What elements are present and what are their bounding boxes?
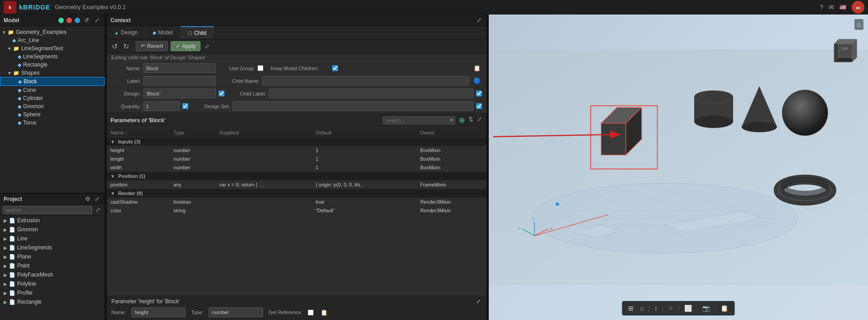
vp-btn-home[interactable]: ⌂ — [637, 303, 646, 314]
params-expand-icon[interactable]: ⤢ — [476, 115, 483, 125]
col-header-name[interactable]: Name ↑ — [107, 128, 170, 138]
label-input[interactable] — [143, 76, 216, 86]
table-row[interactable]: width number 1 BoxMixin — [107, 163, 486, 172]
proj-item-polyline[interactable]: ▶ 📄 Polyline — [0, 279, 105, 288]
tree-item-line-segments[interactable]: ▶ ◆ LineSegments — [0, 53, 105, 61]
undo-icon[interactable]: ↺ — [110, 42, 119, 51]
proj-item-profile[interactable]: ▶ 📄 Profile — [0, 288, 105, 297]
design-checkbox[interactable] — [219, 91, 224, 96]
quantity-input[interactable] — [143, 101, 180, 111]
node-icon-block: ◆ — [18, 79, 22, 85]
proj-item-point[interactable]: ▶ 📄 Point — [0, 261, 105, 270]
param-detail-doc-icon[interactable]: 📋 — [319, 309, 329, 316]
params-add-icon[interactable]: ⊕ — [458, 115, 466, 125]
vp-btn-rect-select[interactable]: ⬜ — [682, 303, 695, 314]
user-avatar[interactable]: kB — [852, 1, 864, 14]
tab-model[interactable]: ◆ Model — [145, 26, 181, 39]
col-header-owner[interactable]: Owner — [417, 128, 486, 138]
project-expand-list-icon[interactable]: ⤢ — [94, 206, 102, 214]
tree-label-gnomon: Gnomon — [23, 103, 44, 110]
child-name-input[interactable] — [262, 76, 469, 86]
param-detail-name-input[interactable] — [131, 307, 186, 317]
help-icon[interactable]: ? — [820, 4, 823, 11]
table-row[interactable]: position any var x = 8; return { origin.… — [107, 181, 486, 189]
tree-item-shapes[interactable]: ▼ 📁 Shapes — [0, 69, 105, 77]
viewport-home-button[interactable]: ⌂ — [854, 19, 863, 30]
proj-item-extrusion[interactable]: ▶ 📄 Extrusion — [0, 216, 105, 225]
context-close-expand-icon[interactable]: ⤢ — [203, 43, 211, 50]
design-set-input[interactable] — [233, 101, 473, 111]
form-doc-icon[interactable]: 📋 — [472, 64, 482, 72]
design-set-label: Design Set: — [194, 104, 230, 109]
tree-item-sphere[interactable]: ▶ ◆ Sphere — [0, 110, 105, 119]
proj-caret-gnomon: ▶ — [4, 227, 7, 232]
use-group-checkbox[interactable] — [258, 65, 263, 71]
flag-icon[interactable]: 🇺🇸 — [839, 4, 846, 10]
vp-btn-camera[interactable]: 📷 — [700, 303, 713, 314]
redo-icon[interactable]: ↻ — [122, 42, 130, 51]
table-row[interactable]: length number 1 BoxMixin — [107, 155, 486, 163]
tree-item-torus[interactable]: ▶ ◆ Torus — [0, 119, 105, 127]
col-header-type[interactable]: Type — [170, 128, 215, 138]
child-label-checkbox[interactable] — [476, 91, 482, 96]
tree-item-rectangle[interactable]: ▶ ◆ Rectangle — [0, 61, 105, 69]
child-label-input[interactable] — [269, 89, 473, 98]
project-search-input[interactable] — [3, 206, 92, 214]
tree-item-cylinder[interactable]: ▶ ◆ Cylinder — [0, 94, 105, 102]
design-input[interactable] — [143, 89, 216, 98]
proj-item-linesegments[interactable]: ▶ 📄 LineSegments — [0, 243, 105, 252]
tree-item-block[interactable]: ▶ ◆ Block — [0, 77, 105, 86]
col-header-default[interactable]: Default — [312, 128, 416, 138]
group-row-position[interactable]: ▼ Position (1) — [107, 172, 486, 181]
vp-btn-zoom[interactable]: ↕ — [652, 303, 660, 314]
tree-item-arc-line[interactable]: ▶ ◆ Arc_Line — [0, 36, 105, 44]
proj-item-rect[interactable]: ▶ 📄 Rectangle — [0, 297, 105, 306]
tree-item-line-segment-test[interactable]: ▼ 📁 LineSegmentTest — [0, 44, 105, 53]
table-row[interactable]: castShadow boolean true Render3Mixin — [107, 198, 486, 206]
param-detail-type-input[interactable] — [209, 307, 263, 317]
tree-item-gnomon[interactable]: ▶ ◆ Gnomon — [0, 102, 105, 110]
quantity-checkbox[interactable] — [182, 103, 188, 109]
viewport-orientation-cube[interactable]: TOP — [832, 37, 863, 70]
apply-button[interactable]: ✓ Apply — [171, 41, 200, 51]
table-row[interactable]: height number 1 BoxMixin — [107, 146, 486, 155]
proj-item-plane[interactable]: ▶ 📄 Plane — [0, 252, 105, 261]
revert-button[interactable]: ↶ Revert — [136, 41, 168, 51]
design-set-checkbox[interactable] — [476, 103, 482, 109]
project-expand-icon[interactable]: ⤢ — [93, 195, 101, 203]
tab-design[interactable]: ▲ Design — [107, 26, 145, 39]
params-search-input[interactable] — [383, 116, 455, 124]
params-title: Parameters of 'Block' — [110, 117, 380, 124]
model-refresh-icon[interactable]: ↺ — [83, 16, 91, 24]
model-tab-icon: ◆ — [153, 30, 156, 36]
model-expand-icon[interactable]: ⤢ — [93, 16, 101, 24]
get-reference-checkbox[interactable] — [308, 310, 314, 315]
proj-item-gnomon[interactable]: ▶ 📄 Gnomon — [0, 225, 105, 234]
tab-design-label: Design — [121, 29, 138, 36]
child-name-doc-icon[interactable]: 🔵 — [472, 77, 482, 85]
group-row-render[interactable]: ▼ Render (9) — [107, 189, 486, 198]
3d-viewport[interactable]: X Y Z — [489, 14, 868, 320]
name-input[interactable] — [143, 63, 216, 73]
tree-item-cone[interactable]: ▶ ◆ Cone — [0, 86, 105, 94]
tree-item-geometry-examples[interactable]: ▼ 📁 Geometry_Examples — [0, 28, 105, 36]
keep-model-children-checkbox[interactable] — [332, 65, 338, 71]
proj-item-line[interactable]: ▶ 📄 Line — [0, 234, 105, 243]
params-search-wrap: ✕ — [383, 116, 455, 124]
search-clear-icon[interactable]: ✕ — [449, 117, 453, 123]
window-title: Geometry Examples v0.0.1 — [55, 4, 126, 10]
params-sort-icon[interactable]: ⇅ — [467, 115, 474, 125]
table-row[interactable]: color string "Default" Render3Mixin — [107, 206, 486, 215]
context-expand-icon[interactable]: ⤢ — [475, 16, 483, 24]
group-row-inputs[interactable]: ▼ Inputs (3) — [107, 138, 486, 146]
mail-icon[interactable]: ✉ — [829, 4, 834, 11]
vp-btn-clipboard[interactable]: 📋 — [718, 303, 731, 314]
param-detail-expand-icon[interactable]: ⤢ — [475, 298, 482, 305]
proj-file-icon-rect: 📄 — [9, 299, 15, 305]
project-settings-icon[interactable]: ⚙ — [84, 195, 92, 203]
vp-btn-grid[interactable]: ⊞ — [625, 303, 636, 314]
col-header-supplied[interactable]: Supplied — [216, 128, 312, 138]
tab-child[interactable]: ⬡ Child — [181, 26, 214, 39]
vp-btn-select[interactable]: ☞ — [665, 303, 677, 314]
proj-item-polyfacemesh[interactable]: ▶ 📄 PolyFaceMesh — [0, 270, 105, 279]
